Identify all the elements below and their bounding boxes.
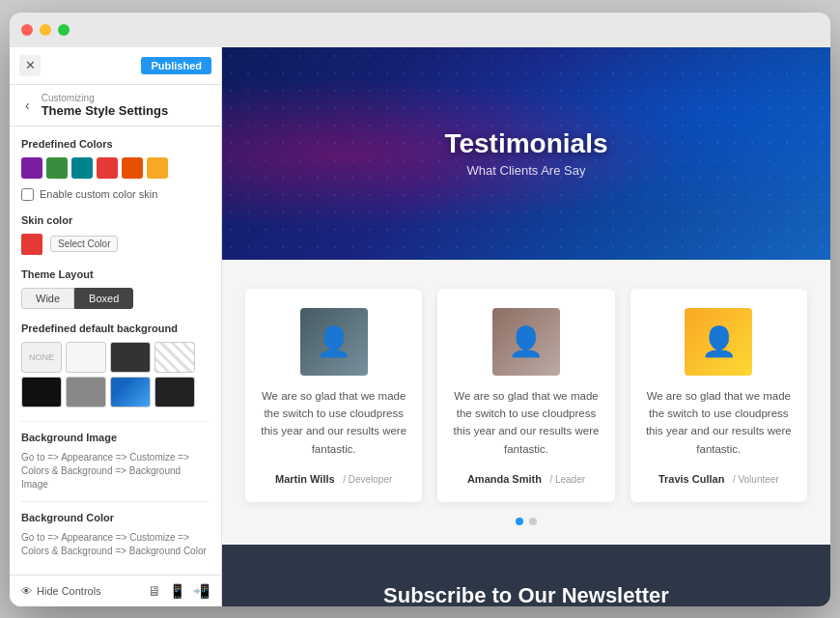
dot-2[interactable] (529, 518, 537, 525)
nav-labels: Customizing Theme Style Settings (42, 93, 168, 118)
background-image-title: Background Image (21, 432, 210, 443)
custom-skin-row: Enable custom color skin (21, 188, 210, 201)
select-color-button[interactable]: Select Color (50, 236, 118, 252)
testimonial-role-2: / Leader (549, 474, 585, 485)
bg-swatch-white[interactable] (66, 342, 106, 373)
swatch-yellow[interactable] (147, 157, 168, 179)
background-color-text: Go to => Appearance => Customize => Colo… (21, 531, 210, 558)
skin-color-swatch[interactable] (21, 234, 42, 255)
avatar-travis (685, 308, 752, 376)
testimonial-name-2: Amanda Smith (467, 473, 542, 485)
desktop-icon[interactable]: 🖥 (148, 583, 161, 599)
bg-swatch-image[interactable] (110, 377, 151, 407)
mobile-icon[interactable]: 📲 (193, 583, 210, 599)
predefined-bg-title: Predefined default background (21, 323, 210, 334)
swatch-purple[interactable] (21, 157, 42, 179)
avatar-martin (300, 308, 368, 376)
hero-text: Testimonials What Clients Are Say (444, 128, 607, 178)
hero-title: Testimonials (444, 128, 607, 159)
custom-skin-label: Enable custom color skin (40, 188, 157, 200)
testimonial-card-1: We are so glad that we made the switch t… (245, 289, 422, 503)
layout-boxed-button[interactable]: Boxed (74, 288, 133, 309)
testimonial-author-row-2: Amanda Smith / Leader (467, 469, 585, 487)
back-icon: ‹ (25, 98, 30, 113)
nav-title-label: Theme Style Settings (42, 103, 168, 118)
eye-icon: 👁 (21, 585, 32, 597)
hide-controls-button[interactable]: 👁 Hide Controls (21, 585, 101, 597)
testimonial-name-1: Martin Wills (275, 473, 335, 485)
maximize-traffic-light[interactable] (58, 24, 70, 36)
testimonial-role-3: / Volunteer (733, 474, 779, 485)
nav-sub-label: Customizing (42, 93, 168, 103)
newsletter-section: Subscribe to Our Newsletter Sign Up Now … (222, 545, 830, 605)
theme-layout-title: Theme Layout (21, 268, 210, 280)
predefined-colors-swatches (21, 157, 210, 179)
background-swatches: NONE (21, 342, 210, 407)
hero-subtitle: What Clients Are Say (444, 163, 607, 178)
footer-icons: 🖥 📱 📲 (148, 583, 210, 599)
hero-section: Testimonials What Clients Are Say (222, 47, 830, 260)
swatch-teal[interactable] (71, 157, 93, 179)
sidebar-top-bar: ✕ Published (10, 47, 221, 85)
testimonials-section: We are so glad that we made the switch t… (222, 260, 830, 546)
app-window: ✕ Published ‹ Customizing Theme Style Se… (10, 13, 830, 606)
carousel-dots (245, 518, 807, 525)
avatar-amanda (492, 308, 560, 376)
bg-swatch-dark2[interactable] (154, 377, 195, 407)
hide-controls-label: Hide Controls (37, 585, 101, 597)
testimonial-card-2: We are so glad that we made the switch t… (437, 289, 614, 503)
bg-swatch-medium[interactable] (66, 377, 106, 407)
bg-swatch-black[interactable] (21, 377, 62, 407)
skin-color-title: Skin color (21, 214, 210, 226)
testimonial-card-3: We are so glad that we made the switch t… (630, 289, 807, 503)
swatch-green[interactable] (46, 157, 68, 179)
back-button[interactable]: ‹ (21, 96, 34, 115)
layout-buttons: Wide Boxed (21, 288, 210, 309)
sidebar: ✕ Published ‹ Customizing Theme Style Se… (10, 47, 222, 606)
layout-wide-button[interactable]: Wide (21, 288, 74, 309)
background-color-title: Background Color (21, 512, 210, 523)
testimonial-text-2: We are so glad that we made the switch t… (453, 387, 599, 459)
divider2 (21, 501, 210, 502)
predefined-colors-title: Predefined Colors (21, 138, 210, 150)
bg-swatch-dark[interactable] (110, 342, 151, 373)
sidebar-content: Predefined Colors Enable custom color sk… (10, 126, 221, 575)
background-image-text: Go to => Appearance => Customize => Colo… (21, 451, 210, 492)
skin-color-row: Select Color (21, 234, 210, 255)
custom-skin-checkbox[interactable] (21, 188, 34, 201)
sidebar-nav: ‹ Customizing Theme Style Settings (10, 85, 221, 126)
sidebar-footer: 👁 Hide Controls 🖥 📱 📲 (10, 575, 221, 606)
title-bar (10, 13, 830, 47)
testimonial-name-3: Travis Cullan (658, 473, 724, 485)
testimonial-author-row-3: Travis Cullan / Volunteer (658, 469, 779, 487)
tablet-icon[interactable]: 📱 (169, 583, 185, 599)
testimonial-role-1: / Developer (343, 474, 392, 485)
bg-swatch-none[interactable]: NONE (21, 342, 62, 373)
main-preview: Testimonials What Clients Are Say We are… (222, 47, 830, 606)
testimonial-text-3: We are so glad that we made the switch t… (646, 387, 792, 459)
newsletter-title: Subscribe to Our Newsletter (245, 583, 807, 605)
window-body: ✕ Published ‹ Customizing Theme Style Se… (10, 47, 830, 606)
sidebar-close-button[interactable]: ✕ (19, 55, 41, 76)
swatch-red[interactable] (97, 157, 118, 179)
dot-1[interactable] (516, 518, 523, 525)
bg-swatch-diagonal[interactable] (154, 342, 195, 373)
published-badge: Published (141, 57, 211, 74)
divider (21, 421, 210, 422)
close-traffic-light[interactable] (21, 24, 33, 36)
swatch-orange[interactable] (122, 157, 143, 179)
minimize-traffic-light[interactable] (40, 24, 51, 36)
close-icon: ✕ (25, 58, 36, 72)
testimonials-grid: We are so glad that we made the switch t… (245, 289, 807, 503)
testimonial-text-1: We are so glad that we made the switch t… (261, 387, 406, 459)
testimonial-author-row-1: Martin Wills / Developer (275, 469, 392, 487)
